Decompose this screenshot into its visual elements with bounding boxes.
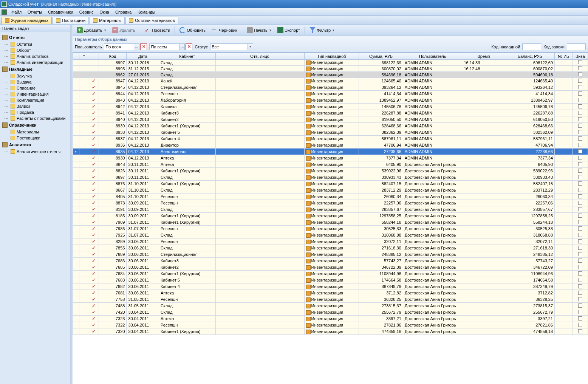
table-row[interactable]: 896227.01.2015СкладИнвентаризация594696,… — [73, 72, 588, 78]
dropdown-icon[interactable]: … — [179, 43, 185, 50]
col-header[interactable]: Баланс, РУБ — [505, 53, 555, 60]
col-header[interactable]: * — [79, 53, 89, 60]
table-row[interactable]: ✓894004.12.2013Кабинет2Инвентаризация619… — [73, 116, 588, 123]
kod-zayavka-input[interactable] — [567, 43, 586, 50]
col-header[interactable]: № ИБ — [555, 53, 573, 60]
col-indicator[interactable] — [73, 53, 79, 60]
cell-visa[interactable] — [573, 97, 588, 104]
cell-visa[interactable] — [573, 181, 588, 187]
cell-visa[interactable] — [573, 258, 588, 264]
table-row[interactable]: ✓887330.09.2011РесепшнИнвентаризация2225… — [73, 200, 588, 206]
cell-visa[interactable] — [573, 155, 588, 161]
tree-item-Комплектация[interactable]: Комплектация — [0, 97, 70, 103]
table-row[interactable]: ✓894504.12.2013СтерилизационнаяИнвентари… — [73, 84, 588, 91]
cell-visa[interactable] — [573, 174, 588, 181]
tree-item-Оборот[interactable]: Оборот — [0, 47, 70, 53]
table-row[interactable]: ✓894104.12.2013Кабинет3Инвентаризация226… — [73, 110, 588, 116]
tree-item-Продажа[interactable]: Продажа — [0, 109, 70, 115]
user-filter-input[interactable] — [104, 43, 134, 50]
table-row[interactable]: ✓893804.12.2013Кабинет 5Инвентаризация38… — [73, 129, 588, 136]
cell-visa[interactable] — [573, 91, 588, 97]
cell-visa[interactable] — [573, 226, 588, 232]
table-row[interactable]: ✓732330.04.2011АптекаИнвентаризация3397,… — [73, 316, 588, 322]
cell-visa[interactable] — [573, 104, 588, 110]
kod-naklad-input[interactable] — [522, 43, 541, 50]
cell-visa[interactable] — [573, 194, 588, 200]
cell-visa[interactable] — [573, 290, 588, 296]
tree-item-Закупка[interactable]: Закупка — [0, 73, 70, 79]
table-row[interactable]: ✓732230.04.2011РесепшнИнвентаризация2782… — [73, 322, 588, 328]
tree-item-Остатки[interactable]: Остатки — [0, 41, 70, 47]
table-row[interactable]: ✓894304.12.2013ЛабораторияИнвентаризация… — [73, 97, 588, 104]
table-row[interactable]: ✓893004.12.2013АптекаИнвентаризация7377,… — [73, 155, 588, 161]
cell-visa[interactable] — [573, 251, 588, 258]
cell-visa[interactable] — [573, 187, 588, 194]
cell-visa[interactable] — [573, 84, 588, 91]
table-row[interactable]: ✓840531.10.2011РесепшнИнвентаризация2606… — [73, 194, 588, 200]
menu-Команды[interactable]: Команды — [135, 9, 158, 15]
table-row[interactable]: ✓882630.11.2011Кабинет1 (Хирургия)Инвент… — [73, 168, 588, 174]
table-row[interactable]: ✓893704.12.2013Кабинет 4Инвентаризация58… — [73, 136, 588, 142]
table-row[interactable]: ✓894404.12.2013РесепшнИнвентаризация4141… — [73, 91, 588, 97]
cell-visa[interactable] — [573, 271, 588, 277]
cell-visa[interactable] — [573, 232, 588, 238]
cell-visa[interactable] — [573, 161, 588, 168]
cell-visa[interactable] — [573, 72, 588, 78]
col-header[interactable]: Пользователь — [403, 53, 462, 60]
cell-visa[interactable] — [573, 322, 588, 328]
table-row[interactable]: ✓792531.07.2011СкладИнвентаризация318068… — [73, 232, 588, 238]
tree-item-Расчёты с поставщиками[interactable]: Расчёты с поставщиками — [0, 115, 70, 121]
tree-group-Отчеты[interactable]: Отчеты — [0, 34, 70, 41]
cell-visa[interactable] — [573, 110, 588, 116]
export-button[interactable]: Экспорт — [275, 26, 303, 35]
table-row[interactable]: ✓775831.05.2011РесепшнИнвентаризация3632… — [73, 296, 588, 303]
cell-visa[interactable] — [573, 123, 588, 129]
cell-visa[interactable] — [573, 309, 588, 316]
table-row[interactable]: ✓818530.09.2011Кабинет1 (Хирургия)Инвент… — [73, 213, 588, 219]
cell-visa[interactable] — [573, 213, 588, 219]
table-row[interactable]: ✓887631.10.2011Кабинет1 (Хирургия)Инвент… — [73, 181, 588, 187]
tab-Поставщики[interactable]: Поставщики — [53, 17, 89, 24]
col-header[interactable]: - — [89, 53, 99, 60]
table-row[interactable]: ✓748831.05.2011СкладИнвентаризация273815… — [73, 303, 588, 309]
table-row[interactable]: ✓828930.06.2011РесепшнИнвентаризация3207… — [73, 238, 588, 245]
cell-visa[interactable] — [573, 245, 588, 251]
menu-Файл[interactable]: Файл — [8, 9, 25, 15]
cell-visa[interactable] — [573, 328, 588, 335]
cell-visa[interactable] — [573, 136, 588, 142]
table-row[interactable]: ✓768430.06.2011Кабинет1 (Хирургия)Инвент… — [73, 271, 588, 277]
tree-item-Поставщики[interactable]: Поставщики — [0, 135, 70, 141]
cell-visa[interactable] — [573, 200, 588, 206]
table-row[interactable]: ✓768530.06.2011Кабинет2Инвентаризация346… — [73, 264, 588, 271]
cell-visa[interactable] — [573, 168, 588, 174]
menu-Отчеты[interactable]: Отчеты — [25, 9, 45, 15]
col-header[interactable]: Сумма, РУБ — [359, 53, 403, 60]
add-button[interactable]: Добавить▾ — [74, 26, 109, 35]
tab-Остатки материалов[interactable]: Остатки материалов — [125, 17, 178, 24]
col-header[interactable]: Виза — [573, 53, 588, 60]
table-row[interactable]: ✓869730.11.2011СкладИнвентаризация330933… — [73, 174, 588, 181]
table-row[interactable]: ✓866731.10.2011СкладИнвентаризация283712… — [73, 187, 588, 194]
table-row[interactable]: ▸✓893504.12.2013АнестезиологИнвентаризац… — [73, 149, 588, 155]
tree-group-Накладные[interactable]: Накладные — [0, 65, 70, 73]
clear-icon[interactable]: ✕ — [140, 43, 147, 50]
dropdown-icon[interactable]: … — [134, 43, 139, 50]
cell-visa[interactable] — [573, 206, 588, 213]
table-row[interactable]: ✓768630.06.2011Кабинет3Инвентаризация577… — [73, 258, 588, 264]
cell-visa[interactable] — [573, 238, 588, 245]
tree-item-Инвентаризация[interactable]: Инвентаризация — [0, 91, 70, 97]
table-row[interactable]: ✓893904.12.2013Кабинет1 (Хирургия)Инвент… — [73, 123, 588, 129]
tree-item-Выдача[interactable]: Выдача — [0, 79, 70, 85]
cell-visa[interactable] — [573, 283, 588, 290]
clear-icon[interactable]: ✕ — [186, 43, 192, 50]
cell-visa[interactable] — [573, 264, 588, 271]
filter-button[interactable]: Фильтр▾ — [307, 26, 337, 35]
table-row[interactable]: ✓893604.12.2013ДиректорИнвентаризация477… — [73, 142, 588, 149]
cell-visa[interactable] — [573, 60, 588, 66]
cell-visa[interactable] — [573, 116, 588, 123]
table-row[interactable]: ✓798931.07.2011Кабинет1 (Хирургия)Инвент… — [73, 219, 588, 226]
tree-item-Материалы[interactable]: Материалы — [0, 129, 70, 135]
table-row[interactable]: ✓768130.06.2011АптекаИнвентаризация3712,… — [73, 290, 588, 296]
tree-group-Аналитика[interactable]: Аналитика — [0, 141, 70, 149]
app-menu-icon[interactable] — [2, 9, 7, 15]
